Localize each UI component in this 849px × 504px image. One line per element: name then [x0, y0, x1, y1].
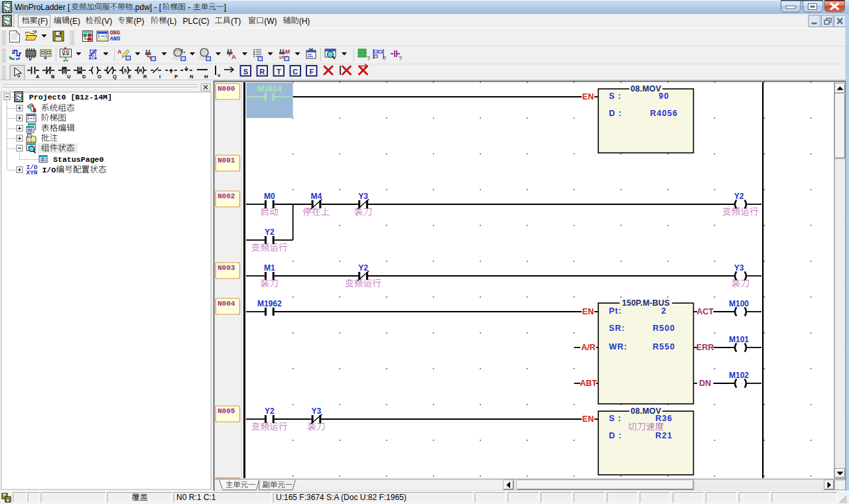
svg-text:EN: EN — [582, 92, 594, 101]
svg-text:(W): (W) — [264, 17, 277, 26]
svg-text:N000: N000 — [218, 85, 235, 93]
svg-text:P: P — [174, 74, 178, 80]
svg-text:N002: N002 — [218, 192, 235, 200]
svg-text:S :: S : — [609, 414, 621, 423]
svg-text:I/O: I/O — [42, 166, 56, 174]
svg-text:C: C — [293, 68, 298, 76]
svg-text:M102: M102 — [729, 371, 749, 380]
svg-text:08.MOV: 08.MOV — [631, 84, 662, 94]
svg-text:R4056: R4056 — [650, 109, 678, 118]
svg-text:(H): (H) — [299, 17, 310, 26]
svg-text:S :: S : — [609, 92, 621, 101]
svg-text:N: N — [190, 74, 193, 80]
svg-text:U:165 F:3674 S:A (Doc U:82 F:1: U:165 F:3674 S:A (Doc U:82 F:1965) — [276, 493, 407, 502]
svg-text:?: ? — [399, 55, 402, 62]
svg-text:.pdw] - [: .pdw] - [ — [133, 3, 162, 12]
svg-text:R500: R500 — [653, 324, 675, 333]
svg-text:S: S — [123, 68, 127, 74]
svg-text:Q: Q — [113, 74, 117, 80]
svg-text:R: R — [143, 74, 147, 80]
svg-text:?: ? — [367, 55, 370, 62]
svg-text:Y2: Y2 — [265, 407, 275, 416]
svg-text:R550: R550 — [653, 342, 675, 351]
svg-text:Pt:: Pt: — [609, 306, 622, 316]
svg-text:EN: EN — [582, 307, 594, 316]
svg-text:Y2: Y2 — [265, 227, 275, 237]
svg-text:R: R — [259, 68, 265, 76]
svg-text:AND: AND — [110, 36, 120, 42]
svg-text:(L): (L) — [167, 17, 177, 26]
svg-text:2: 2 — [661, 306, 667, 316]
svg-text:U: U — [67, 74, 70, 80]
svg-text:M: M — [285, 48, 290, 55]
svg-text:Y3: Y3 — [312, 407, 322, 416]
svg-text:DN: DN — [699, 379, 711, 388]
svg-text:90: 90 — [659, 92, 669, 101]
svg-text:M1962: M1962 — [257, 299, 282, 308]
svg-text:N004: N004 — [218, 300, 235, 308]
svg-text:E: E — [128, 74, 131, 80]
svg-text:T: T — [277, 68, 281, 76]
svg-text:ERR: ERR — [696, 343, 714, 352]
svg-text:(T): (T) — [231, 17, 241, 26]
svg-text:Y3: Y3 — [358, 192, 368, 201]
svg-text:H: H — [204, 74, 208, 80]
svg-text:N005: N005 — [218, 407, 235, 415]
svg-text:D :: D : — [609, 109, 622, 118]
svg-text:A: A — [117, 48, 122, 55]
svg-text:Project0 [B1z-14M]: Project0 [B1z-14M] — [29, 93, 112, 101]
svg-text:PLC(C): PLC(C) — [183, 17, 210, 26]
svg-text:S: S — [243, 68, 248, 76]
svg-text:Y2: Y2 — [358, 263, 368, 273]
svg-text:(P): (P) — [133, 17, 144, 26]
svg-text:N0 R:1 C:1: N0 R:1 C:1 — [176, 493, 216, 502]
svg-text:O: O — [98, 74, 101, 80]
svg-text:EN: EN — [582, 414, 594, 424]
svg-text:M0: M0 — [264, 192, 275, 201]
svg-text:M1: M1 — [264, 263, 275, 273]
svg-text:?: ? — [383, 55, 386, 62]
svg-text:SR:: SR: — [609, 324, 625, 333]
svg-text:ACT: ACT — [696, 307, 714, 316]
svg-text:R21: R21 — [655, 431, 673, 440]
svg-text:(F): (F) — [38, 17, 48, 26]
svg-text:I: I — [159, 74, 161, 80]
svg-text:ABT: ABT — [580, 379, 597, 388]
svg-text:D: D — [82, 74, 86, 80]
svg-text:M4: M4 — [311, 192, 322, 201]
svg-text:A: A — [231, 53, 236, 60]
svg-text:Y3: Y3 — [734, 263, 744, 273]
svg-text:F: F — [309, 68, 314, 76]
svg-text:Y2: Y2 — [734, 192, 744, 201]
svg-text:WR:: WR: — [609, 342, 627, 351]
svg-text:D :: D : — [609, 431, 622, 440]
svg-text:M101: M101 — [729, 335, 749, 344]
svg-text:WinProLadder [: WinProLadder [ — [15, 3, 70, 12]
svg-text:]: ] — [224, 3, 226, 12]
svg-text:M100: M100 — [729, 299, 749, 308]
svg-text:R: R — [139, 68, 143, 74]
svg-text:B: B — [51, 74, 55, 80]
svg-text:-: - — [186, 3, 193, 12]
svg-text:R36: R36 — [655, 414, 673, 423]
svg-text:N003: N003 — [218, 264, 235, 272]
svg-text:(E): (E) — [70, 17, 80, 26]
svg-text:(V): (V) — [101, 17, 112, 26]
svg-text:StatusPage0: StatusPage0 — [53, 155, 104, 164]
svg-text:A/R: A/R — [581, 343, 596, 352]
svg-text:A: A — [36, 74, 40, 80]
svg-text:N001: N001 — [218, 157, 235, 164]
svg-text:XYR: XYR — [26, 169, 37, 176]
svg-text:M1924: M1924 — [257, 84, 282, 94]
